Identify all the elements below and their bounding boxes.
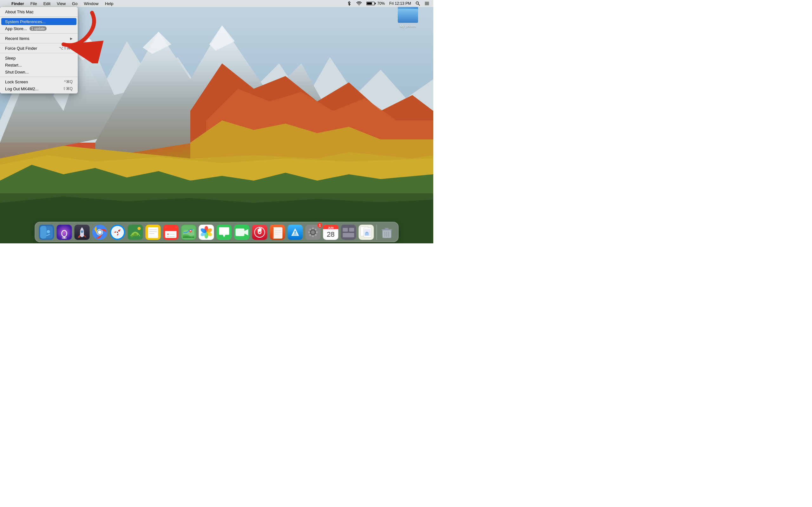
svg-rect-54 <box>138 235 139 237</box>
dock-icon-travel[interactable] <box>127 224 144 240</box>
folder-label: My photos <box>400 24 416 28</box>
menu-item-app-store[interactable]: App Store... 1 update <box>0 25 78 32</box>
menu-item-shutdown[interactable]: Shut Down... <box>0 68 78 75</box>
dock-icon-launchpad[interactable] <box>74 224 90 240</box>
svg-rect-114 <box>343 228 348 232</box>
svg-rect-123 <box>382 229 392 230</box>
dock-icon-siri[interactable] <box>56 224 72 240</box>
svg-rect-89 <box>272 227 283 239</box>
menu-item-force-quit[interactable]: Force Quit Finder ⌥⇧⌘0 <box>0 45 78 52</box>
svg-point-107 <box>315 234 316 236</box>
svg-point-102 <box>308 231 310 233</box>
menubar-left: Finder File Edit View Go Window Help <box>3 0 116 7</box>
datetime-display: Fri 12:13 PM <box>388 1 412 6</box>
menu-item-logout[interactable]: Log Out MK4M2... ⇧⌘Q <box>0 85 78 92</box>
menubar-go[interactable]: Go <box>69 0 80 7</box>
svg-rect-113 <box>341 225 356 240</box>
svg-rect-124 <box>385 228 389 229</box>
menubar-view[interactable]: View <box>54 0 68 7</box>
svg-rect-28 <box>398 9 418 23</box>
svg-point-42 <box>98 230 102 234</box>
desktop-folder-my-photos[interactable]: My photos <box>395 6 420 28</box>
svg-point-32 <box>47 230 50 233</box>
dock-icon-messages[interactable] <box>216 224 233 240</box>
dock-icon-photos[interactable] <box>198 224 215 240</box>
app-store-badge: 1 update <box>30 26 47 31</box>
svg-rect-19 <box>375 3 376 4</box>
battery-percentage: 70% <box>377 1 385 6</box>
folder-icon <box>398 6 418 23</box>
svg-point-106 <box>309 234 311 236</box>
svg-point-38 <box>81 230 84 233</box>
dock-icon-reminders[interactable] <box>163 224 179 240</box>
battery-indicator: 70% <box>365 1 386 6</box>
svg-line-22 <box>418 4 420 6</box>
svg-rect-53 <box>132 235 133 237</box>
dock-icon-finder[interactable] <box>38 224 55 240</box>
dock: A 1 <box>35 222 399 242</box>
recent-items-arrow: ▶ <box>70 37 72 40</box>
lock-screen-shortcut: ^⌘Q <box>64 79 72 84</box>
apple-dropdown-menu: About This Mac System Preferences... App… <box>0 7 78 94</box>
dock-icon-facetime[interactable] <box>234 224 250 240</box>
svg-point-105 <box>315 229 316 231</box>
menu-item-lock-screen[interactable]: Lock Screen ^⌘Q <box>0 78 78 85</box>
svg-point-50 <box>117 232 118 233</box>
menu-separator-1 <box>0 16 78 17</box>
dock-icon-mission-control[interactable] <box>340 224 357 240</box>
svg-point-100 <box>312 228 314 229</box>
dock-icon-system-prefs[interactable]: 1 <box>305 224 321 240</box>
svg-point-64 <box>167 233 169 235</box>
svg-point-71 <box>190 230 191 231</box>
bluetooth-icon <box>345 1 353 6</box>
menu-item-system-prefs[interactable]: System Preferences... <box>1 18 77 25</box>
svg-point-52 <box>138 227 141 230</box>
svg-rect-63 <box>165 229 177 231</box>
menu-item-recent-items[interactable]: Recent Items ▶ <box>0 35 78 42</box>
menubar-help[interactable]: Help <box>102 0 116 7</box>
svg-rect-90 <box>272 227 274 239</box>
svg-point-104 <box>309 229 311 231</box>
svg-point-99 <box>311 230 315 234</box>
menu-item-restart[interactable]: Restart... <box>0 61 78 68</box>
menu-separator-4 <box>0 53 78 53</box>
menubar-file[interactable]: File <box>28 0 40 7</box>
svg-rect-33 <box>40 226 47 239</box>
svg-text:28: 28 <box>327 230 334 238</box>
dock-icon-ibooks[interactable] <box>269 224 286 240</box>
logout-shortcut: ⇧⌘Q <box>63 87 72 91</box>
svg-rect-56 <box>148 227 158 238</box>
dock-icon-maps[interactable] <box>181 224 197 240</box>
dock-icon-calendar[interactable]: JUN 28 <box>322 224 339 240</box>
search-icon[interactable] <box>414 1 421 6</box>
dock-icon-itunes[interactable] <box>252 224 268 240</box>
desktop: Finder File Edit View Go Window Help <box>0 0 433 243</box>
svg-rect-116 <box>343 233 354 237</box>
dock-icon-chrome[interactable] <box>92 224 108 240</box>
dock-icon-trash[interactable] <box>379 224 395 240</box>
dock-icon-appstore[interactable]: A <box>287 224 304 240</box>
dock-icon-safari[interactable] <box>109 224 126 240</box>
menu-item-about[interactable]: About This Mac <box>0 8 78 15</box>
svg-point-101 <box>312 235 314 237</box>
wifi-icon <box>355 1 363 6</box>
svg-rect-115 <box>349 228 354 232</box>
system-prefs-badge: 1 <box>317 223 322 228</box>
dock-icon-preview[interactable] <box>358 224 374 240</box>
menubar-right: 70% Fri 12:13 PM <box>345 1 431 6</box>
svg-point-103 <box>316 231 318 233</box>
svg-point-66 <box>167 236 169 237</box>
svg-rect-20 <box>367 3 372 5</box>
menubar-finder[interactable]: Finder <box>9 0 27 7</box>
svg-text:JUN: JUN <box>328 226 334 229</box>
menubar-edit[interactable]: Edit <box>41 0 53 7</box>
force-quit-shortcut: ⌥⇧⌘0 <box>59 46 72 50</box>
menu-separator-5 <box>0 77 78 77</box>
dock-icon-notes[interactable] <box>145 224 161 240</box>
dock-separator <box>376 225 377 240</box>
svg-rect-81 <box>236 228 245 236</box>
menubar-window[interactable]: Window <box>81 0 101 7</box>
menu-separator-2 <box>0 33 78 34</box>
notification-center-icon[interactable] <box>423 1 431 6</box>
menu-item-sleep[interactable]: Sleep <box>0 55 78 61</box>
